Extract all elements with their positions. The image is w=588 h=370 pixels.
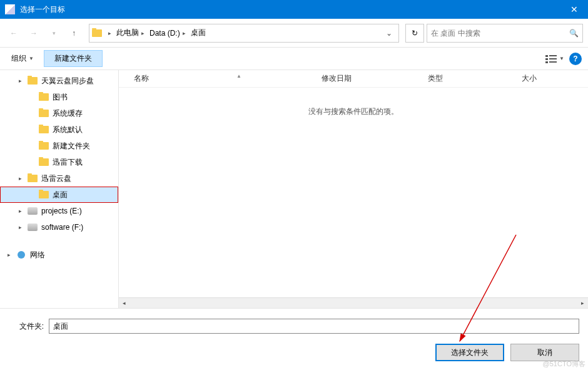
- tree-item[interactable]: ▸迅雷云盘: [0, 170, 118, 187]
- folder-input[interactable]: [49, 319, 579, 334]
- tree-item[interactable]: ▸新建文件夹: [0, 138, 118, 154]
- nav-tree[interactable]: ▸天翼云盘同步盘▸图书▸系统缓存▸系统默认▸新建文件夹▸迅雷下载▸迅雷云盘▸桌面…: [0, 70, 119, 308]
- tree-item[interactable]: ▸系统默认: [0, 121, 118, 138]
- col-name[interactable]: 名称▲: [134, 73, 322, 84]
- folder-icon: [28, 77, 38, 85]
- svg-rect-2: [545, 58, 548, 60]
- folder-icon: [92, 29, 102, 37]
- forward-button[interactable]: →: [25, 24, 43, 42]
- expand-icon[interactable]: ▸: [16, 224, 24, 230]
- tree-label: 系统缓存: [53, 108, 83, 119]
- col-type[interactable]: 类型: [428, 73, 522, 84]
- nav-bar: ← → ▾ ↑ ▸ 此电脑▸ Data (D:)▸ 桌面 ⌄ ↻ 🔍: [0, 19, 588, 48]
- tree-item[interactable]: ▸迅雷下载: [0, 154, 118, 170]
- crumb-pc[interactable]: 此电脑▸: [115, 28, 148, 38]
- folder-icon: [39, 110, 49, 117]
- tree-item[interactable]: ▸software (F:): [0, 219, 118, 235]
- svg-rect-1: [549, 55, 557, 56]
- new-folder-button[interactable]: 新建文件夹: [44, 50, 103, 67]
- column-headers[interactable]: 名称▲ 修改日期 类型 大小: [119, 70, 588, 88]
- drive-icon: [28, 224, 38, 231]
- folder-label: 文件夹:: [9, 321, 44, 332]
- tree-item[interactable]: ▸天翼云盘同步盘: [0, 73, 118, 89]
- help-button[interactable]: ?: [569, 53, 582, 65]
- expand-icon[interactable]: ▸: [16, 78, 24, 84]
- network-icon: [16, 250, 26, 260]
- tree-item[interactable]: ▸系统缓存: [0, 105, 118, 121]
- expand-icon[interactable]: ▸: [16, 208, 24, 214]
- col-date[interactable]: 修改日期: [322, 73, 428, 84]
- bottom-panel: 文件夹: 选择文件夹 取消: [0, 308, 588, 367]
- folder-icon: [39, 142, 49, 150]
- tree-label: software (F:): [41, 223, 83, 232]
- folder-icon: [39, 191, 49, 198]
- up-button[interactable]: ↑: [65, 24, 83, 42]
- svg-rect-5: [549, 61, 557, 63]
- toolbar: 组织▼ 新建文件夹 ▼ ?: [0, 48, 588, 70]
- file-list: 名称▲ 修改日期 类型 大小 没有与搜索条件匹配的项。 ◂ ▸: [119, 70, 588, 308]
- tree-label: 网络: [30, 250, 45, 260]
- expand-icon[interactable]: ▸: [16, 175, 24, 182]
- folder-icon: [39, 158, 49, 166]
- tree-label: 系统默认: [53, 125, 83, 135]
- view-options[interactable]: ▼: [545, 54, 564, 63]
- view-icon: [545, 54, 557, 63]
- svg-rect-3: [549, 58, 557, 59]
- horizontal-scrollbar[interactable]: ◂ ▸: [119, 297, 588, 308]
- svg-rect-0: [545, 55, 548, 57]
- tree-label: projects (E:): [41, 207, 82, 215]
- tree-item[interactable]: ▸projects (E:): [0, 203, 118, 219]
- organize-menu[interactable]: 组织▼: [6, 51, 39, 66]
- drive-icon: [28, 207, 38, 215]
- recent-dropdown[interactable]: ▾: [45, 24, 63, 42]
- tree-label: 桌面: [53, 190, 68, 200]
- search-icon[interactable]: 🔍: [569, 29, 579, 38]
- title-bar: 选择一个目标 ✕: [0, 0, 588, 19]
- cancel-button[interactable]: 取消: [510, 344, 579, 361]
- address-bar[interactable]: ▸ 此电脑▸ Data (D:)▸ 桌面 ⌄: [89, 24, 399, 43]
- select-folder-button[interactable]: 选择文件夹: [435, 344, 504, 361]
- tree-label: 新建文件夹: [53, 141, 90, 152]
- tree-label: 迅雷云盘: [41, 173, 71, 184]
- folder-icon: [39, 93, 49, 101]
- app-icon: [5, 4, 15, 14]
- close-button[interactable]: ✕: [560, 0, 588, 19]
- tree-label: 图书: [53, 92, 68, 103]
- back-button[interactable]: ←: [5, 24, 23, 42]
- search-input[interactable]: [431, 29, 569, 38]
- empty-message: 没有与搜索条件匹配的项。: [119, 88, 588, 297]
- crumb-root[interactable]: ▸: [104, 30, 115, 36]
- address-dropdown[interactable]: ⌄: [382, 29, 396, 38]
- scroll-right[interactable]: ▸: [577, 298, 588, 309]
- svg-rect-4: [545, 61, 548, 63]
- search-box[interactable]: 🔍: [427, 24, 583, 43]
- crumb-drive[interactable]: Data (D:)▸: [148, 29, 190, 38]
- expand-icon[interactable]: ▸: [5, 252, 13, 258]
- tree-label: 天翼云盘同步盘: [41, 76, 94, 86]
- folder-icon: [39, 126, 49, 133]
- sort-icon: ▲: [236, 73, 241, 84]
- tree-item[interactable]: ▸桌面: [0, 187, 118, 203]
- main-area: ▸天翼云盘同步盘▸图书▸系统缓存▸系统默认▸新建文件夹▸迅雷下载▸迅雷云盘▸桌面…: [0, 70, 588, 308]
- col-size[interactable]: 大小: [522, 73, 572, 84]
- folder-icon: [28, 175, 38, 182]
- crumb-folder[interactable]: 桌面: [190, 28, 207, 38]
- refresh-button[interactable]: ↻: [405, 24, 424, 43]
- tree-item[interactable]: ▸图书: [0, 89, 118, 105]
- scroll-left[interactable]: ◂: [119, 298, 129, 309]
- tree-label: 迅雷下载: [53, 157, 83, 168]
- watermark: @51CTO博客: [543, 359, 585, 369]
- tree-item[interactable]: ▸网络: [0, 247, 118, 263]
- window-title: 选择一个目标: [20, 4, 560, 15]
